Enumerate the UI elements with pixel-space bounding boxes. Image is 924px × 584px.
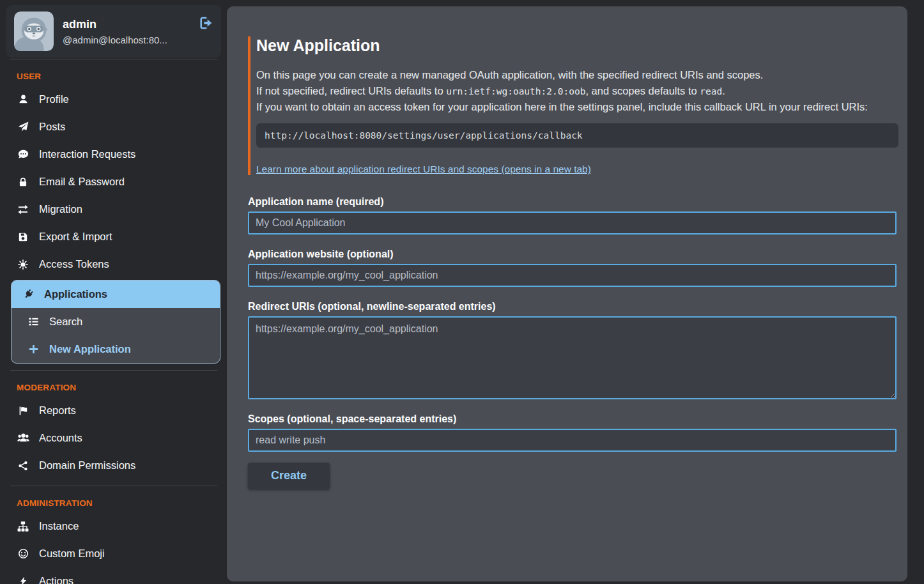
sidebar-item-actions[interactable]: Actions bbox=[6, 567, 221, 584]
sidebar-item-custom-emoji[interactable]: Custom Emoji bbox=[6, 540, 221, 567]
paper-plane-icon bbox=[17, 121, 29, 132]
create-button[interactable]: Create bbox=[248, 463, 330, 489]
scopes-field-group: Scopes (optional, space-separated entrie… bbox=[248, 413, 897, 452]
application-name-field-group: Application name (required) bbox=[248, 196, 897, 234]
sidebar-item-posts[interactable]: Posts bbox=[6, 113, 221, 141]
application-website-input[interactable] bbox=[248, 264, 897, 287]
sidebar-item-label: Search bbox=[49, 316, 82, 328]
sitemap-icon bbox=[17, 521, 29, 532]
username: admin bbox=[63, 18, 190, 31]
sloth-avatar bbox=[14, 12, 54, 51]
callback-url-code-block: http://localhost:8080/settings/user/appl… bbox=[256, 123, 898, 148]
application-name-input[interactable] bbox=[248, 211, 897, 234]
sidebar-item-migration[interactable]: Migration bbox=[6, 196, 221, 223]
sidebar-item-accounts[interactable]: Accounts bbox=[6, 424, 221, 452]
sidebar-item-label: Interaction Requests bbox=[39, 148, 135, 160]
sidebar-item-email-password[interactable]: Email & Password bbox=[6, 168, 221, 196]
lock-icon bbox=[17, 177, 29, 187]
seal-icon bbox=[17, 259, 29, 270]
sidebar-item-interaction-requests[interactable]: Interaction Requests bbox=[6, 141, 221, 168]
application-website-label: Application website (optional) bbox=[248, 249, 897, 260]
inline-code-oob: urn:ietf:wg:oauth:2.0:oob bbox=[446, 86, 585, 96]
sidebar-item-export-import[interactable]: Export & Import bbox=[6, 223, 221, 250]
sidebar-item-label: Domain Permissions bbox=[39, 459, 135, 472]
page-intro-block: New Application On this page you can cre… bbox=[248, 36, 897, 175]
user-icon bbox=[17, 94, 29, 105]
user-card: admin @admin@localhost:80... bbox=[6, 5, 221, 58]
divider bbox=[10, 59, 217, 59]
plus-icon bbox=[27, 344, 40, 355]
scopes-input[interactable] bbox=[248, 429, 897, 452]
section-header-user: USER bbox=[17, 72, 221, 81]
redirect-uris-textarea[interactable] bbox=[248, 316, 897, 399]
sidebar-item-label: Email & Password bbox=[39, 176, 125, 188]
sidebar-item-label: Export & Import bbox=[39, 231, 112, 243]
sidebar-item-label: Applications bbox=[44, 288, 107, 300]
learn-more-link[interactable]: Learn more about application redirect UR… bbox=[256, 164, 591, 175]
plug-icon bbox=[22, 289, 35, 300]
sidebar-item-profile[interactable]: Profile bbox=[6, 86, 221, 113]
comment-dots-icon bbox=[17, 149, 29, 160]
section-header-moderation: MODERATION bbox=[17, 383, 221, 392]
new-application-form: Application name (required) Application … bbox=[248, 196, 897, 489]
sidebar-item-instance[interactable]: Instance bbox=[6, 512, 221, 540]
divider bbox=[10, 370, 217, 371]
user-info: admin @admin@localhost:80... bbox=[63, 18, 190, 45]
redirect-uris-label: Redirect URIs (optional, newline-separat… bbox=[248, 301, 897, 312]
application-name-label: Application name (required) bbox=[248, 196, 897, 208]
sidebar-item-applications-new[interactable]: New Application bbox=[12, 335, 220, 363]
intro-line-1: On this page you can create a new manage… bbox=[256, 67, 897, 83]
sidebar: admin @admin@localhost:80... USER Profil… bbox=[0, 0, 227, 584]
sidebar-item-label: Access Tokens bbox=[39, 258, 109, 270]
sign-out-icon[interactable] bbox=[199, 16, 213, 33]
sidebar-item-label: Migration bbox=[39, 203, 82, 215]
users-icon bbox=[17, 432, 29, 444]
application-website-field-group: Application website (optional) bbox=[248, 249, 897, 287]
arrows-left-right-icon bbox=[17, 204, 29, 215]
sidebar-item-label: Posts bbox=[39, 121, 65, 133]
sidebar-item-applications-search[interactable]: Search bbox=[12, 308, 220, 335]
section-header-administration: ADMINISTRATION bbox=[17, 498, 221, 508]
sidebar-item-label: Profile bbox=[39, 93, 69, 105]
smiley-icon bbox=[17, 548, 29, 559]
sidebar-item-applications[interactable]: Applications bbox=[12, 280, 220, 308]
inline-code-read: read bbox=[700, 86, 722, 96]
scopes-label: Scopes (optional, space-separated entrie… bbox=[248, 413, 897, 425]
sidebar-item-label: New Application bbox=[49, 343, 131, 355]
applications-group: Applications Search New Application bbox=[11, 280, 220, 364]
intro-line-2: If not specified, redirect URIs defaults… bbox=[256, 83, 897, 100]
sidebar-item-domain-permissions[interactable]: Domain Permissions bbox=[6, 452, 221, 479]
sidebar-item-label: Custom Emoji bbox=[39, 548, 105, 560]
main-panel: New Application On this page you can cre… bbox=[227, 6, 907, 581]
list-icon bbox=[27, 316, 40, 327]
share-nodes-icon bbox=[17, 461, 29, 471]
user-handle: @admin@localhost:80... bbox=[63, 35, 190, 45]
intro-line-3: If you want to obtain an access token fo… bbox=[256, 99, 897, 115]
bolt-icon bbox=[17, 576, 29, 584]
divider bbox=[10, 486, 217, 486]
sidebar-item-access-tokens[interactable]: Access Tokens bbox=[6, 250, 221, 278]
sidebar-item-label: Instance bbox=[39, 520, 79, 532]
flag-icon bbox=[17, 406, 29, 416]
page-title: New Application bbox=[256, 36, 897, 55]
sidebar-item-label: Reports bbox=[39, 404, 76, 417]
sidebar-item-reports[interactable]: Reports bbox=[6, 397, 221, 424]
redirect-uris-field-group: Redirect URIs (optional, newline-separat… bbox=[248, 301, 897, 399]
sidebar-item-label: Actions bbox=[39, 575, 73, 584]
floppy-disk-icon bbox=[17, 232, 29, 242]
sidebar-item-label: Accounts bbox=[39, 432, 82, 444]
